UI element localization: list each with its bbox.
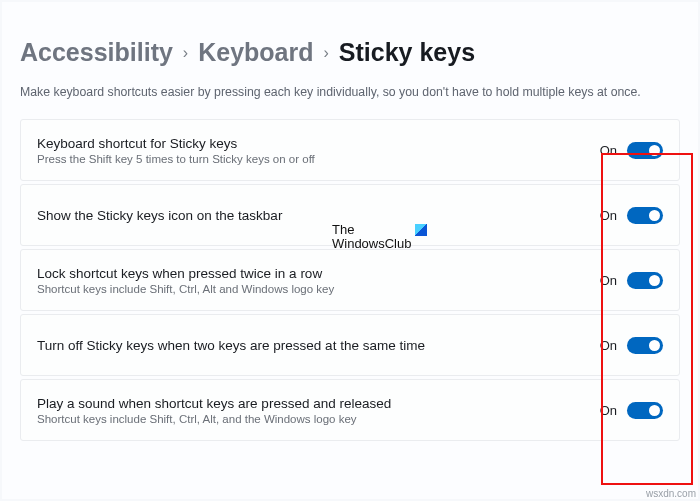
row-lock-keys: Lock shortcut keys when pressed twice in… — [20, 249, 680, 311]
row-title: Lock shortcut keys when pressed twice in… — [37, 266, 600, 281]
toggle-keyboard-shortcut[interactable] — [627, 142, 663, 159]
row-title: Show the Sticky keys icon on the taskbar — [37, 208, 600, 223]
settings-panel: Accessibility › Keyboard › Sticky keys M… — [2, 2, 698, 499]
toggle-state-label: On — [600, 208, 617, 223]
row-text: Play a sound when shortcut keys are pres… — [37, 396, 600, 425]
toggle-state-label: On — [600, 143, 617, 158]
row-title: Play a sound when shortcut keys are pres… — [37, 396, 600, 411]
crumb-accessibility[interactable]: Accessibility — [20, 38, 173, 67]
row-turn-off-two-keys: Turn off Sticky keys when two keys are p… — [20, 314, 680, 376]
row-text: Turn off Sticky keys when two keys are p… — [37, 338, 600, 353]
chevron-right-icon: › — [183, 44, 188, 62]
row-text: Show the Sticky keys icon on the taskbar — [37, 208, 600, 223]
row-play-sound: Play a sound when shortcut keys are pres… — [20, 379, 680, 441]
chevron-right-icon: › — [324, 44, 329, 62]
row-subtitle: Shortcut keys include Shift, Ctrl, Alt, … — [37, 413, 600, 425]
source-label: wsxdn.com — [646, 488, 696, 499]
breadcrumb: Accessibility › Keyboard › Sticky keys — [20, 38, 680, 67]
row-title: Keyboard shortcut for Sticky keys — [37, 136, 600, 151]
row-keyboard-shortcut: Keyboard shortcut for Sticky keys Press … — [20, 119, 680, 181]
crumb-sticky-keys: Sticky keys — [339, 38, 475, 67]
toggle-state-label: On — [600, 338, 617, 353]
row-text: Keyboard shortcut for Sticky keys Press … — [37, 136, 600, 165]
toggle-turn-off-two-keys[interactable] — [627, 337, 663, 354]
toggle-taskbar-icon[interactable] — [627, 207, 663, 224]
crumb-keyboard[interactable]: Keyboard — [198, 38, 313, 67]
page-description: Make keyboard shortcuts easier by pressi… — [20, 85, 680, 99]
toggle-state-label: On — [600, 273, 617, 288]
toggle-play-sound[interactable] — [627, 402, 663, 419]
toggle-lock-keys[interactable] — [627, 272, 663, 289]
settings-list: Keyboard shortcut for Sticky keys Press … — [20, 119, 680, 441]
row-title: Turn off Sticky keys when two keys are p… — [37, 338, 600, 353]
toggle-state-label: On — [600, 403, 617, 418]
row-subtitle: Press the Shift key 5 times to turn Stic… — [37, 153, 600, 165]
row-subtitle: Shortcut keys include Shift, Ctrl, Alt a… — [37, 283, 600, 295]
row-taskbar-icon: Show the Sticky keys icon on the taskbar… — [20, 184, 680, 246]
row-text: Lock shortcut keys when pressed twice in… — [37, 266, 600, 295]
